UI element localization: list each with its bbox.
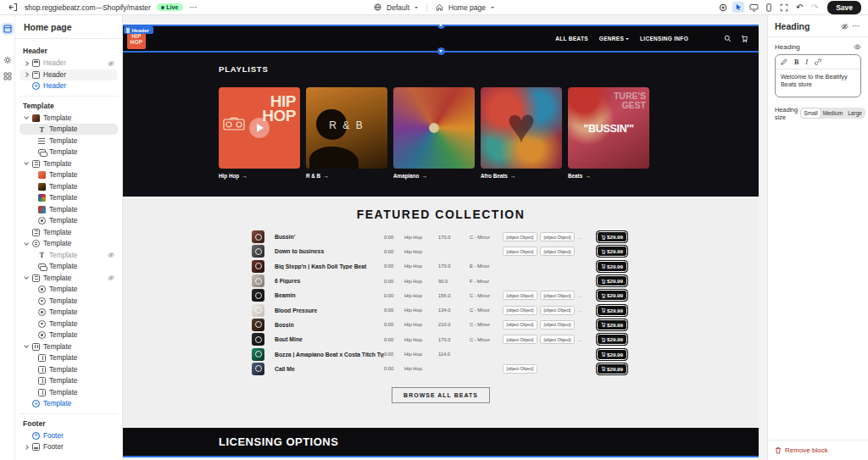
playlist-card[interactable]: Amapiano→ [393,87,475,179]
playlist-card[interactable]: Afro Beats→ [481,87,562,179]
tree-row[interactable]: Template [19,113,118,124]
tree-row[interactable]: Template [19,273,118,284]
tree-row[interactable]: Template [19,250,118,261]
track-artwork[interactable] [252,230,264,243]
track-row[interactable]: Bossin 0:00 Hip Hop 210.0 C - Minor [obj… [252,318,759,332]
size-option[interactable]: Small [801,108,821,118]
undo-button[interactable]: ↶ [793,2,805,13]
tag-chip[interactable]: [object Object] [503,291,537,300]
nav-link[interactable]: GENRES [599,36,629,42]
remove-block-button[interactable]: Remove block [768,440,868,460]
tree-row[interactable]: Template [19,307,118,318]
tree-row[interactable]: Template [19,238,118,249]
tree-row[interactable]: Template [19,158,118,169]
sections-tab-button[interactable] [2,23,14,35]
move-section-up-handle[interactable] [437,25,445,29]
tag-chip[interactable]: [object Object] [503,320,537,330]
tag-chip[interactable]: [object Object] [503,335,537,344]
tree-row[interactable]: Template [19,136,118,147]
eye-off-icon[interactable] [108,274,114,281]
size-option[interactable]: Large [845,108,865,118]
tree-row[interactable]: Template [19,352,118,363]
tree-row[interactable]: Template [19,284,118,295]
add-to-cart-button[interactable]: $29.99 [597,349,627,360]
desktop-preview-button[interactable] [748,2,760,13]
track-row[interactable]: Bozza | Amapiano Beat x Costa Titch Type… [252,346,759,361]
track-artwork[interactable] [252,304,264,317]
tag-chip[interactable]: [object Object] [540,291,575,300]
add-to-cart-button[interactable]: $29.99 [597,290,627,301]
exit-editor-button[interactable] [7,2,19,13]
tree-row[interactable]: Footer [19,430,118,441]
browse-all-beats-button[interactable]: BROWSE ALL BEATS [392,387,490,403]
tree-row[interactable]: Template [19,319,118,330]
mobile-preview-button[interactable] [763,2,775,13]
tag-chip[interactable]: [object Object] [503,232,537,241]
tag-chip[interactable]: [object Object] [540,335,575,344]
save-button[interactable]: Save [827,1,861,14]
fullscreen-button[interactable] [778,2,790,13]
track-artwork[interactable] [252,319,264,331]
track-row[interactable]: Call Me 0:00 Hip Hop [object Object] [252,362,759,376]
add-to-cart-button[interactable]: $29.99 [597,305,627,316]
track-artwork[interactable] [252,333,264,346]
page-selector[interactable]: Home page [448,3,486,12]
eye-off-icon[interactable] [108,252,114,258]
link-icon[interactable] [815,58,821,65]
tree-row[interactable]: Template [19,398,118,409]
track-artwork[interactable] [252,363,264,375]
playlist-link[interactable]: Beats→ [568,173,649,179]
tree-row[interactable]: Footer [19,441,118,452]
playlist-card[interactable]: TURE'SGEST "BUSSIN'" Beats→ [568,87,649,179]
playlist-card[interactable]: HIPHOP Hip Hop→ [219,87,300,179]
hide-block-button[interactable] [841,23,849,30]
tree-row[interactable]: Template [19,227,118,238]
tree-row[interactable]: Template [19,341,118,352]
tag-chip[interactable]: [object Object] [540,306,575,315]
track-row[interactable]: Bussin' 0:00 Hip Hop 170.0 C - Minor [ob… [252,230,759,244]
heading-text-input[interactable]: Welcome to the Beatifyy Beats store [776,69,860,97]
tree-row[interactable]: Template [19,124,118,135]
track-artwork[interactable] [252,245,264,258]
nav-link[interactable]: LICENSING INFO [640,36,688,42]
track-row[interactable]: Blood Pressure 0:00 Hip Hop 134.0 C - Mi… [252,302,759,317]
track-artwork[interactable] [252,289,264,302]
playlist-card[interactable]: R & B R & B→ [306,87,387,179]
play-button[interactable] [249,118,270,138]
track-artwork[interactable] [252,274,264,287]
preview-settings-button[interactable] [717,2,729,13]
tree-row[interactable]: Template [19,181,118,192]
track-row[interactable]: Bout Mine 0:00 Hip Hop 170.0 C - Minor [… [252,332,759,346]
track-row[interactable]: Beamin 0:00 Hip Hop 156.0 C - Minor [obj… [252,288,759,302]
playlist-link[interactable]: R & B→ [306,173,387,179]
playlist-link[interactable]: Hip Hop→ [219,173,300,179]
cart-icon[interactable] [741,35,748,42]
tree-row[interactable]: Header [19,58,118,69]
nav-link[interactable]: ALL BEATS [555,36,588,42]
tag-chip[interactable]: [object Object] [503,306,537,315]
tree-row[interactable]: Template [19,204,118,215]
playlist-link[interactable]: Amapiano→ [393,173,475,179]
app-embeds-tab-button[interactable] [2,70,14,82]
tag-chip[interactable]: [object Object] [540,232,575,241]
add-to-cart-button[interactable]: $29.99 [597,334,627,345]
track-artwork[interactable] [252,260,264,273]
add-to-cart-button[interactable]: $29.99 [597,246,627,257]
tree-row[interactable]: Header [19,80,118,91]
add-to-cart-button[interactable]: $29.99 [597,261,627,272]
tree-row[interactable]: Template [19,169,118,180]
add-to-cart-button[interactable]: $29.99 [597,319,627,330]
tag-chip[interactable]: [object Object] [540,320,575,330]
tree-row[interactable]: Template [19,364,118,375]
track-row[interactable]: Down to business 0:00 Hip Hop [object Ob… [252,244,759,258]
inspector-toggle-button[interactable] [732,2,744,13]
tree-row[interactable]: Template [19,296,118,307]
italic-button[interactable]: I [805,58,808,66]
bold-button[interactable]: B [794,58,798,66]
move-section-down-handle[interactable] [437,47,445,55]
tree-row[interactable]: Template [19,387,118,398]
settings-menu-button[interactable]: ⋯ [852,22,861,30]
locale-selector[interactable]: Default [387,3,409,12]
tree-row[interactable]: Template [19,330,118,341]
preview-header-section[interactable]: Header HIPHOP ALL BEATSGENRESLICENSING I… [123,25,759,53]
